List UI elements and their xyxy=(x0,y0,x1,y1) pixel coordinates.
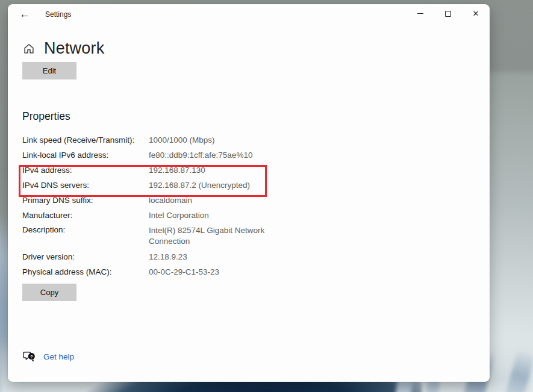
property-value: localdomain xyxy=(149,195,278,206)
property-label: Manufacturer: xyxy=(22,211,149,220)
property-value: fe80::ddb9:1cff:afe:75ae%10 xyxy=(149,150,278,161)
property-label: Physical address (MAC): xyxy=(22,267,149,276)
page-header: Network xyxy=(22,39,104,58)
property-row-manufacturer: Manufacturer: Intel Corporation xyxy=(22,208,360,223)
properties-section-title: Properties xyxy=(22,110,70,123)
property-label: Description: xyxy=(22,225,149,234)
help-bubble-icon: ? xyxy=(23,350,36,362)
property-row-description: Description: Intel(R) 82574L Gigabit Net… xyxy=(22,223,360,249)
property-label: IPv4 address: xyxy=(22,166,149,175)
property-row-mac-address: Physical address (MAC): 00-0C-29-C1-53-2… xyxy=(22,264,360,279)
minimize-button[interactable] xyxy=(407,4,434,23)
property-row-link-speed: Link speed (Receive/Transmit): 1000/1000… xyxy=(22,132,360,148)
property-label: Link-local IPv6 address: xyxy=(22,151,149,160)
property-value: 192.168.87.2 (Unencrypted) xyxy=(149,180,278,191)
property-value: 12.18.9.23 xyxy=(149,252,278,263)
property-label: Primary DNS suffix: xyxy=(22,196,149,205)
property-row-ipv6-address: Link-local IPv6 address: fe80::ddb9:1cff… xyxy=(22,148,360,163)
property-value: 192.168.87.130 xyxy=(149,165,278,176)
get-help-link[interactable]: ? Get help xyxy=(23,350,74,362)
back-button[interactable]: ← xyxy=(15,5,34,23)
svg-text:?: ? xyxy=(30,354,33,359)
get-help-label: Get help xyxy=(43,352,74,361)
property-value: 00-0C-29-C1-53-23 xyxy=(149,267,278,278)
settings-window: ← Settings ✕ Network Edit Properties Lin… xyxy=(8,4,490,382)
property-value: Intel Corporation xyxy=(149,210,278,221)
property-row-driver-version: Driver version: 12.18.9.23 xyxy=(22,249,360,264)
home-icon xyxy=(22,42,36,55)
window-title: Settings xyxy=(45,4,71,25)
copy-button[interactable]: Copy xyxy=(22,284,76,301)
close-button[interactable]: ✕ xyxy=(462,4,490,23)
properties-list: Link speed (Receive/Transmit): 1000/1000… xyxy=(22,132,360,279)
property-row-ipv4-dns: IPv4 DNS servers: 192.168.87.2 (Unencryp… xyxy=(22,178,360,193)
property-label: Driver version: xyxy=(22,252,149,261)
property-label: IPv4 DNS servers: xyxy=(22,181,149,190)
edit-button[interactable]: Edit xyxy=(22,62,76,79)
maximize-icon xyxy=(445,11,451,17)
property-label: Link speed (Receive/Transmit): xyxy=(22,135,149,145)
property-row-dns-suffix: Primary DNS suffix: localdomain xyxy=(22,193,360,208)
maximize-button[interactable] xyxy=(434,4,462,23)
property-value: 1000/1000 (Mbps) xyxy=(149,135,278,146)
page-title: Network xyxy=(44,39,104,58)
window-controls: ✕ xyxy=(407,4,490,23)
minimize-icon xyxy=(417,13,423,14)
close-icon: ✕ xyxy=(473,10,479,17)
titlebar: ← Settings ✕ xyxy=(8,4,490,25)
property-row-ipv4-address: IPv4 address: 192.168.87.130 xyxy=(22,163,360,178)
property-value: Intel(R) 82574L Gigabit Network Connecti… xyxy=(149,225,278,247)
